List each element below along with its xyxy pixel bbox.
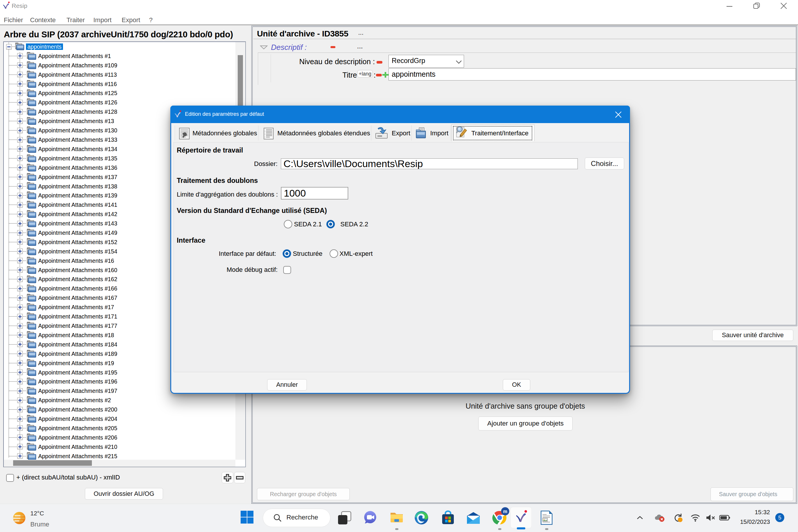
svg-text:m: m	[503, 509, 507, 514]
